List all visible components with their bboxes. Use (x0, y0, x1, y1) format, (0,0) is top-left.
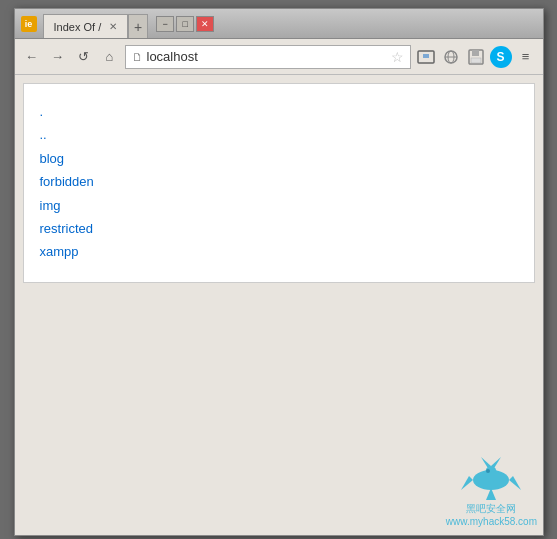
svg-rect-6 (472, 50, 479, 56)
menu-button[interactable]: ≡ (515, 46, 537, 68)
page-icon: 🗋 (132, 51, 143, 63)
watermark-url: www.myhack58.com (446, 516, 537, 527)
save-icon[interactable] (465, 46, 487, 68)
skype-icon[interactable]: S (490, 46, 512, 68)
forward-button[interactable]: → (47, 46, 69, 68)
svg-marker-9 (461, 476, 473, 490)
svg-rect-7 (471, 58, 481, 63)
directory-link[interactable]: xampp (40, 240, 518, 263)
screenshot-icon[interactable] (415, 46, 437, 68)
address-text: localhost (147, 49, 387, 64)
maximize-button[interactable]: □ (176, 16, 194, 32)
minimize-button[interactable]: − (156, 16, 174, 32)
home-button[interactable]: ⌂ (99, 46, 121, 68)
network-icon[interactable] (440, 46, 462, 68)
directory-link[interactable]: forbidden (40, 170, 518, 193)
browser-icon: ie (21, 16, 37, 32)
title-bar: ie Index Of / ✕ + − □ ✕ (15, 9, 543, 39)
toolbar-icons: S ≡ (415, 46, 537, 68)
refresh-button[interactable]: ↺ (73, 46, 95, 68)
directory-link[interactable]: restricted (40, 217, 518, 240)
watermark-site: 黑吧安全网 (466, 502, 516, 516)
svg-point-14 (486, 469, 490, 473)
directory-link[interactable]: blog (40, 147, 518, 170)
directory-link[interactable]: img (40, 194, 518, 217)
watermark: 黑吧安全网 www.myhack58.com (446, 452, 537, 527)
navigation-bar: ← → ↺ ⌂ 🗋 localhost ☆ (15, 39, 543, 75)
svg-marker-10 (509, 476, 521, 490)
watermark-logo (451, 452, 531, 502)
directory-listing: ...blogforbiddenimgrestrictedxampp (40, 100, 518, 264)
tab-bar: Index Of / ✕ + (43, 9, 149, 38)
svg-rect-1 (423, 54, 429, 58)
close-button[interactable]: ✕ (196, 16, 214, 32)
favorite-icon[interactable]: ☆ (391, 49, 404, 65)
page-content: ...blogforbiddenimgrestrictedxampp (23, 83, 535, 283)
tab-title: Index Of / (54, 21, 102, 33)
tab-close-button[interactable]: ✕ (109, 21, 117, 32)
active-tab[interactable]: Index Of / ✕ (43, 14, 129, 38)
address-bar[interactable]: 🗋 localhost ☆ (125, 45, 411, 69)
back-button[interactable]: ← (21, 46, 43, 68)
directory-link[interactable]: . (40, 100, 518, 123)
window-controls: − □ ✕ (156, 16, 214, 32)
new-tab-button[interactable]: + (128, 14, 148, 38)
svg-point-13 (485, 466, 497, 482)
directory-link[interactable]: .. (40, 123, 518, 146)
